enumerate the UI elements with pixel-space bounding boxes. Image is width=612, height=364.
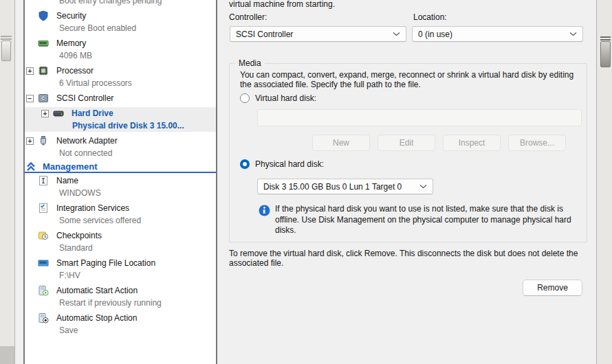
- auto-start-icon: [38, 285, 49, 296]
- info-note-text: If the physical hard disk you want to us…: [275, 204, 584, 236]
- edit-button[interactable]: Edit: [378, 135, 435, 151]
- tree-item-security[interactable]: Security Secure Boot enabled: [25, 10, 216, 34]
- tree-item-label: Network Adapter: [56, 136, 118, 146]
- scsi-controller-icon: [38, 93, 49, 104]
- network-adapter-icon: [38, 135, 49, 146]
- info-icon: [259, 205, 270, 216]
- background-window-left-edge: [0, 0, 15, 364]
- tree-item-label: Integration Services: [56, 203, 129, 213]
- tree-item-integration-services[interactable]: Integration Services Some services offer…: [25, 202, 216, 227]
- radio-unchecked[interactable]: [240, 93, 250, 103]
- location-select[interactable]: 0 (in use): [412, 26, 583, 42]
- controller-label: Controller:: [229, 12, 267, 22]
- tree-item-subtitle: Physical drive Disk 3 15.00...: [25, 120, 216, 132]
- shield-icon: [38, 10, 49, 21]
- media-groupbox: Media You can compact, convert, expand, …: [229, 63, 587, 242]
- controller-select[interactable]: SCSI Controller: [230, 26, 406, 42]
- tree-item-clipped[interactable]: Boot entry changes pending: [25, 0, 216, 7]
- name-icon: [38, 175, 49, 186]
- auto-stop-icon: [38, 312, 49, 323]
- location-label: Location:: [413, 12, 447, 22]
- groupbox-title: Media: [235, 58, 265, 68]
- tree-item-subtitle: WINDOWS: [25, 187, 216, 199]
- section-title: Management: [43, 161, 97, 172]
- settings-tree-panel: Boot entry changes pending Security Secu…: [23, 0, 217, 364]
- controller-value: SCSI Controller: [236, 30, 293, 39]
- tree-item-memory[interactable]: Memory 4096 MB: [25, 37, 216, 62]
- tree-item-subtitle: Standard: [25, 242, 216, 254]
- remove-button[interactable]: Remove: [523, 280, 582, 296]
- tree-item-name[interactable]: Name WINDOWS: [25, 174, 216, 199]
- intro-text: virtual machine from starting.: [229, 0, 587, 9]
- tree-item-subtitle: Boot entry changes pending: [25, 0, 216, 7]
- tree-item-subtitle: 6 Virtual processors: [25, 77, 216, 89]
- collapse-toggle[interactable]: −: [26, 95, 34, 102]
- memory-icon: [38, 38, 49, 49]
- tree-item-subtitle: Not connected: [25, 147, 216, 159]
- remove-note: To remove the virtual hard disk, click R…: [229, 249, 593, 268]
- browse-button[interactable]: Browse...: [508, 135, 566, 151]
- physical-hard-disk-radio[interactable]: Physical hard disk:: [240, 159, 324, 169]
- tree-item-label: Automatic Stop Action: [56, 313, 137, 323]
- tree-item-auto-start[interactable]: Automatic Start Action Restart if previo…: [25, 284, 216, 309]
- tree-item-subtitle: 4096 MB: [25, 49, 216, 62]
- hard-drive-icon: [53, 108, 64, 119]
- divider: [600, 36, 611, 38]
- expand-toggle[interactable]: +: [41, 110, 49, 117]
- tree-item-label: Smart Paging File Location: [56, 258, 155, 268]
- radio-label: Physical hard disk:: [255, 159, 324, 169]
- scrollbar-thumb[interactable]: [1, 41, 11, 61]
- tree-item-subtitle: Restart if previously running: [25, 297, 216, 309]
- tree-item-auto-stop[interactable]: Automatic Stop Action Save: [25, 312, 216, 337]
- checkpoints-icon: [38, 230, 49, 241]
- tree-item-subtitle: Some services offered: [25, 214, 216, 227]
- collapse-chevrons-icon[interactable]: [26, 161, 36, 172]
- media-description: You can compact, convert, expand, merge,…: [240, 70, 585, 89]
- chevron-down-icon: [389, 32, 400, 36]
- processor-icon: [38, 65, 49, 76]
- expand-toggle[interactable]: +: [26, 137, 34, 145]
- divider: [1, 38, 12, 40]
- management-section-header[interactable]: Management: [25, 162, 216, 173]
- tree-item-subtitle: F:\HV: [25, 269, 216, 282]
- tree-item-processor[interactable]: + Processor 6 Virtual processors: [25, 65, 216, 89]
- integration-services-icon: [38, 203, 49, 214]
- radio-label: Virtual hard disk:: [255, 93, 316, 103]
- hard-drive-settings-pane: virtual machine from starting. Controlle…: [221, 0, 596, 364]
- tree-item-label: Hard Drive: [72, 109, 113, 118]
- physical-disk-select[interactable]: Disk 3 15.00 GB Bus 0 Lun 1 Target 0: [257, 179, 433, 194]
- tree-item-subtitle: Save: [25, 324, 216, 337]
- scrollbar-thumb[interactable]: [600, 41, 611, 67]
- tree-item-label: SCSI Controller: [56, 93, 113, 103]
- virtual-disk-path-input[interactable]: [257, 109, 582, 126]
- radio-checked[interactable]: [240, 159, 250, 169]
- chevron-down-icon: [415, 184, 427, 189]
- tree-item-label: Security: [56, 11, 86, 21]
- inspect-button[interactable]: Inspect: [443, 135, 501, 151]
- tree-item-hard-drive[interactable]: + Hard Drive Physical drive Disk 3 15.00…: [25, 107, 216, 132]
- tree-item-scsi-controller[interactable]: − SCSI Controller: [25, 92, 216, 104]
- window-edge: [0, 346, 14, 364]
- new-button[interactable]: New: [312, 135, 370, 151]
- tree-item-subtitle: Secure Boot enabled: [25, 22, 216, 34]
- tree-item-label: Memory: [56, 38, 86, 48]
- tree-item-label: Processor: [56, 66, 94, 76]
- expand-toggle[interactable]: +: [26, 67, 34, 75]
- tree-item-label: Automatic Start Action: [56, 286, 138, 295]
- tree-item-smart-paging[interactable]: Smart Paging File Location F:\HV: [25, 257, 216, 282]
- smart-paging-icon: [38, 258, 49, 269]
- tree-item-label: Name: [56, 176, 78, 185]
- chevron-down-icon: [565, 32, 577, 36]
- divider: [1, 36, 12, 37]
- location-value: 0 (in use): [418, 30, 452, 39]
- background-window-right-edge: [596, 0, 612, 364]
- tree-item-label: Checkpoints: [56, 231, 102, 240]
- divider: [600, 39, 611, 41]
- physical-disk-value: Disk 3 15.00 GB Bus 0 Lun 1 Target 0: [263, 182, 402, 192]
- virtual-disk-buttons: New Edit Inspect Browse...: [312, 135, 566, 151]
- tree-item-checkpoints[interactable]: Checkpoints Standard: [25, 229, 216, 254]
- tree-item-network-adapter[interactable]: + Network Adapter Not connected: [25, 135, 216, 159]
- virtual-hard-disk-radio[interactable]: Virtual hard disk:: [240, 93, 316, 103]
